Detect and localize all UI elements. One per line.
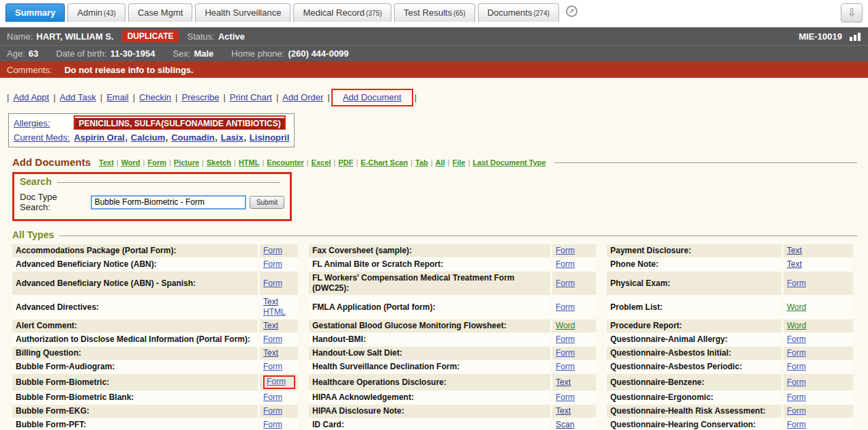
table-row: Authorization to Disclose Medical Inform…	[12, 333, 861, 346]
action-prescribe[interactable]: Prescribe	[181, 92, 219, 102]
doc-link-form[interactable]: Form	[263, 278, 282, 289]
doc-link-form[interactable]: Form	[787, 406, 806, 416]
doc-link-form[interactable]: Form	[787, 377, 806, 388]
doc-link-word[interactable]: Word	[787, 302, 806, 313]
doc-link-form[interactable]: Form	[556, 348, 575, 358]
add-documents-header: Add Documents Text|Word|Form|Picture|Ske…	[12, 156, 861, 168]
table-row: Advanced Beneficiary Notice (ABN):FormFL…	[12, 258, 861, 271]
doc-name: Bubble Form-Audiogram:	[12, 360, 258, 373]
med-coumadin[interactable]: Coumadin	[171, 132, 215, 143]
doc-link-form[interactable]: Form	[787, 362, 806, 372]
doc-link-word[interactable]: Word	[556, 321, 575, 331]
doc-link-form[interactable]: Form	[787, 278, 806, 289]
doc-name: Questionnaire-Ergonomic:	[607, 391, 781, 404]
current-meds-list: Aspirin Oral, Calcium, Coumadin, Lasix, …	[74, 131, 289, 143]
action-email[interactable]: Email	[106, 92, 129, 102]
doc-link-text[interactable]: Text	[556, 406, 571, 416]
doc-link-form[interactable]: Form	[556, 362, 575, 372]
doc-link-form[interactable]: Form	[263, 406, 282, 416]
med-aspirin-oral[interactable]: Aspirin Oral	[74, 132, 124, 143]
doc-link-scan[interactable]: Scan	[556, 420, 574, 430]
doc-link-form[interactable]: Form	[263, 334, 282, 345]
add-documents-title: Add Documents	[12, 156, 91, 168]
med-calcium[interactable]: Calcium	[131, 132, 166, 143]
doc-type-all[interactable]: All	[436, 158, 445, 167]
doc-type-sketch[interactable]: Sketch	[207, 158, 231, 167]
chart-icon[interactable]	[849, 32, 861, 41]
doc-link-word[interactable]: Word	[787, 321, 806, 331]
doc-name: FL Workers' Compensation Medical Treatme…	[309, 272, 550, 295]
doc-type-excel[interactable]: Excel	[312, 158, 331, 167]
doc-link-form[interactable]: Form	[787, 392, 806, 403]
doc-type-last-document-type[interactable]: Last Document Type	[473, 158, 545, 167]
doc-type-picture[interactable]: Picture	[174, 158, 199, 167]
doc-link-form[interactable]: Form	[787, 348, 806, 358]
action-add-appt[interactable]: Add Appt	[13, 92, 49, 102]
doc-link-form[interactable]: Form	[556, 392, 575, 403]
tab-summary[interactable]: Summary	[5, 3, 65, 22]
current-meds-link[interactable]: Current Meds:	[14, 131, 71, 145]
doc-link-form[interactable]: Form	[263, 392, 282, 403]
doc-link-form[interactable]: Form	[556, 278, 575, 289]
doc-link-text[interactable]: Text	[556, 377, 571, 388]
tab-medical-record[interactable]: Medical Record(375)	[293, 3, 391, 22]
doc-link-text[interactable]: Text	[787, 259, 802, 270]
action-add-document[interactable]: Add Document	[343, 92, 402, 102]
tab-label: Case Mgmt	[138, 8, 183, 18]
doc-link-form[interactable]: Form	[556, 302, 575, 313]
group-gap	[298, 272, 309, 295]
doc-type-text[interactable]: Text	[99, 158, 114, 167]
doc-link-form[interactable]: Form	[787, 420, 806, 430]
doc-type-tab[interactable]: Tab	[415, 158, 428, 167]
doc-link-text[interactable]: Text	[263, 321, 278, 331]
duplicate-badge[interactable]: DUPLICATE	[122, 30, 179, 42]
doc-link-form[interactable]: Form	[267, 377, 286, 386]
popout-icon[interactable]: ↗	[566, 5, 578, 17]
separator: |	[100, 92, 102, 102]
submit-button[interactable]: Submit	[250, 196, 284, 209]
doc-type-html[interactable]: HTML	[239, 158, 260, 167]
med-lisinopril[interactable]: Lisinopril	[250, 132, 290, 143]
doc-link-form[interactable]: Form	[263, 420, 282, 430]
doc-type-word[interactable]: Word	[121, 158, 140, 167]
doc-link-text[interactable]: Text	[263, 297, 278, 307]
doc-type-file[interactable]: File	[453, 158, 466, 167]
med-lasix[interactable]: Lasix	[221, 132, 243, 143]
allergies-link[interactable]: Allergies:	[14, 117, 71, 130]
age-label: Age:	[7, 48, 25, 59]
doc-type-search-input[interactable]	[91, 195, 246, 210]
action-print-chart[interactable]: Print Chart	[230, 92, 272, 102]
doc-link-form[interactable]: Form	[556, 259, 575, 270]
doc-link-text[interactable]: Text	[263, 348, 278, 358]
doc-type-e-chart-scan[interactable]: E-Chart Scan	[361, 158, 408, 167]
group-gap	[298, 244, 309, 257]
doc-link-html[interactable]: HTML	[263, 307, 286, 317]
doc-name: Advanced Beneficiary Notice (ABN) - Span…	[12, 272, 258, 295]
doc-link-form[interactable]: Form	[556, 246, 575, 256]
doc-link-form[interactable]: Form	[556, 334, 575, 345]
tab-label: Documents	[488, 8, 533, 18]
action-checkin[interactable]: Checkin	[139, 92, 171, 102]
doc-type-pdf[interactable]: PDF	[338, 158, 353, 167]
doc-type-encounter[interactable]: Encounter	[267, 158, 303, 167]
doc-link-form[interactable]: Form	[263, 259, 282, 270]
tab-case-mgmt[interactable]: Case Mgmt	[128, 3, 192, 22]
tab-admin[interactable]: Admin(43)	[68, 3, 125, 22]
doc-link-form[interactable]: Form	[263, 246, 282, 256]
tab-test-results[interactable]: Test Results(65)	[394, 3, 475, 22]
tab-health-surveillance[interactable]: Health Surveillance	[195, 3, 290, 22]
doc-type-form[interactable]: Form	[147, 158, 166, 167]
doc-link-form[interactable]: Form	[263, 362, 282, 372]
doc-link-form[interactable]: Form	[787, 334, 806, 345]
collapse-button[interactable]: ⇩	[841, 3, 863, 23]
group-gap	[298, 347, 309, 360]
action-add-task[interactable]: Add Task	[60, 92, 96, 102]
group-gap	[596, 405, 607, 418]
doc-link-text[interactable]: Text	[787, 246, 802, 256]
tab-documents[interactable]: Documents(274)	[478, 3, 559, 22]
doc-name: HIPAA Acknowledgement:	[309, 391, 550, 404]
doc-name: Questionnaire-Hearing Conservation:	[607, 418, 781, 430]
doc-name: HIPAA Disclosure Note:	[309, 405, 550, 418]
action-add-order[interactable]: Add Order	[282, 92, 323, 102]
status-value: Active	[218, 31, 245, 42]
